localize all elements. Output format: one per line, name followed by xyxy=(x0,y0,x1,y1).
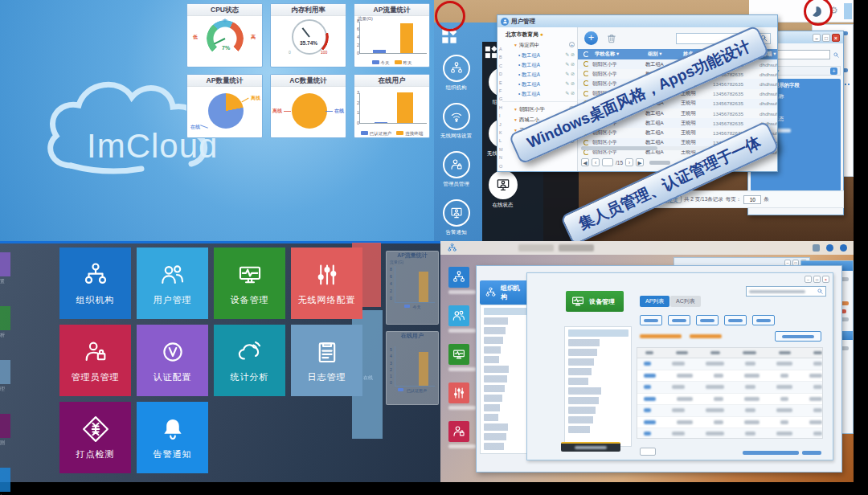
tree-row-blurred[interactable] xyxy=(568,368,610,375)
page-input-box[interactable] xyxy=(602,158,613,166)
launcher-item[interactable]: 在线状态 xyxy=(487,170,518,209)
add-column-icon[interactable]: + xyxy=(830,68,837,75)
tree-group-item[interactable]: • 教工组A ✎ ⊘ xyxy=(502,70,577,80)
tree-row-blurred[interactable] xyxy=(484,375,526,382)
add-node-icon[interactable]: + xyxy=(569,42,575,47)
app-tile[interactable]: 管理员管理 xyxy=(59,325,131,396)
table-row-blurred[interactable] xyxy=(637,370,822,382)
tree-row-blurred[interactable] xyxy=(484,337,519,344)
maximize-button[interactable]: □ xyxy=(822,34,830,42)
page-input-blurred[interactable] xyxy=(640,448,656,456)
edit-and-block-icons[interactable]: ✎ ⊘ xyxy=(565,71,575,76)
app-tile[interactable]: 统计分析 xyxy=(214,325,285,396)
table-row-blurred[interactable] xyxy=(637,417,822,429)
pagination-blurred[interactable] xyxy=(743,451,821,455)
tree-school-expanded[interactable]: ▼海淀四中+ xyxy=(502,40,577,51)
tree-row-blurred[interactable] xyxy=(484,308,530,315)
tree-row-blurred[interactable] xyxy=(568,397,624,404)
minimize-button[interactable]: – xyxy=(813,34,821,42)
action-button-blurred[interactable] xyxy=(668,315,690,325)
dock-item[interactable] xyxy=(448,421,476,448)
app-tile[interactable]: 无线网络配置 xyxy=(291,248,362,319)
action-button-blurred[interactable] xyxy=(724,315,747,325)
tree-row-blurred[interactable] xyxy=(484,414,510,421)
toolbar-icon[interactable] xyxy=(840,244,847,252)
add-user-button[interactable]: + xyxy=(584,31,598,45)
edit-and-block-icons[interactable]: ✎ ⊘ xyxy=(565,61,575,67)
app-tile[interactable]: 认证配置 xyxy=(137,325,208,396)
delete-icon[interactable] xyxy=(606,33,617,44)
widget-ac-count[interactable]: AC数量统计 离线 在线 xyxy=(270,74,346,138)
action-button-blurred[interactable] xyxy=(752,315,775,325)
tab-ap-list[interactable]: AP列表 xyxy=(640,296,669,307)
table-row-blurred[interactable] xyxy=(637,382,822,394)
close-button[interactable]: × xyxy=(832,34,840,42)
per-page-input[interactable] xyxy=(743,195,761,204)
tree-row-blurred[interactable] xyxy=(568,426,608,433)
tree-row-blurred[interactable] xyxy=(484,404,514,411)
tree-row-blurred[interactable] xyxy=(568,329,628,337)
tree-row-blurred[interactable] xyxy=(484,443,520,450)
tree-row-blurred[interactable] xyxy=(484,327,523,334)
table-row-blurred[interactable] xyxy=(637,405,822,417)
action-button-blurred[interactable] xyxy=(640,315,662,325)
table-row-blurred[interactable] xyxy=(637,428,822,439)
table-row-blurred[interactable] xyxy=(637,394,822,406)
app-tile[interactable]: 告警通知 xyxy=(137,402,208,473)
col-header[interactable]: 组别 ▾ xyxy=(643,51,678,58)
tree-group-item[interactable]: • 教工组A ✎ ⊘ xyxy=(502,89,577,99)
widget-ap-traffic[interactable]: AP流量统计 流量(G) 86420 今天 昨天 xyxy=(354,3,430,68)
dock-item[interactable] xyxy=(448,267,476,294)
tree-row-blurred[interactable] xyxy=(568,349,620,356)
tree-row-blurred[interactable] xyxy=(568,387,628,395)
launcher-item[interactable]: 管理员管理 xyxy=(440,151,472,188)
launcher-item[interactable]: 无线网络设置 xyxy=(440,103,472,140)
next-page-button[interactable]: › xyxy=(625,158,633,166)
first-page-button[interactable]: ◀ xyxy=(581,158,589,166)
dock-item[interactable] xyxy=(448,382,476,410)
tree-group-item[interactable]: • 教工组A ✎ ⊘ xyxy=(502,80,577,89)
tree-row-blurred[interactable] xyxy=(484,346,515,354)
device-table-blurred[interactable] xyxy=(637,347,823,439)
tree-row-blurred[interactable] xyxy=(484,366,530,373)
prev-page-button[interactable]: ‹ xyxy=(592,158,600,166)
dock-item[interactable] xyxy=(448,344,476,371)
orange-filter-blurred[interactable] xyxy=(690,334,722,338)
tree-row-blurred[interactable] xyxy=(568,339,625,346)
edit-and-block-icons[interactable]: ✎ ⊘ xyxy=(565,90,575,96)
view-tab-blurred[interactable] xyxy=(518,244,554,252)
org-tree-blurred[interactable] xyxy=(480,305,531,454)
device-mgmt-card[interactable]: 设备管理 xyxy=(566,291,624,312)
tree-row-blurred[interactable] xyxy=(484,356,511,363)
last-page-button[interactable]: ▶ xyxy=(636,158,644,166)
tree-row-blurred[interactable] xyxy=(568,358,615,366)
view-tab-blurred[interactable] xyxy=(559,244,594,252)
tree-row-blurred[interactable] xyxy=(484,317,527,325)
device-tree-blurred[interactable] xyxy=(564,326,632,447)
action-button-blurred[interactable] xyxy=(696,315,719,325)
dock-item[interactable] xyxy=(448,305,476,333)
toolbar-icon[interactable] xyxy=(826,244,833,252)
widget-cpu-status[interactable]: CPU状态 低 中 高 7% xyxy=(186,3,263,68)
col-header[interactable]: 学校名称 ▾ xyxy=(590,51,643,58)
app-tile[interactable]: 用户管理 xyxy=(137,248,208,319)
tree-row-blurred[interactable] xyxy=(484,385,522,392)
tree-row-blurred[interactable] xyxy=(484,395,518,402)
launcher-item[interactable]: 组织机构 xyxy=(440,55,472,92)
blue-outline-button-blurred[interactable] xyxy=(775,331,821,342)
tree-root[interactable]: 北京市教育局 ● xyxy=(497,27,577,40)
edit-and-block-icons[interactable]: ✎ ⊘ xyxy=(565,80,575,86)
window-controls[interactable]: – □ × xyxy=(805,276,829,283)
device-search-box[interactable] xyxy=(746,286,826,297)
tree-row-blurred[interactable] xyxy=(568,416,613,423)
app-tile[interactable]: 打点检测 xyxy=(59,402,131,473)
launcher-item[interactable]: 告警通知 xyxy=(440,199,472,236)
tree-row-blurred[interactable] xyxy=(568,407,618,414)
widget-ap-count[interactable]: AP数量统计 离线 在线 xyxy=(186,74,263,138)
search-icon[interactable] xyxy=(817,288,824,295)
tree-row-blurred[interactable] xyxy=(484,433,524,440)
app-tile[interactable]: 设备管理 xyxy=(214,248,285,319)
toolbar-icon[interactable] xyxy=(813,244,820,252)
widget-online-users[interactable]: 在线用户 3210 已认证用户 连接终端 xyxy=(354,74,430,138)
search-icon[interactable] xyxy=(833,51,840,59)
